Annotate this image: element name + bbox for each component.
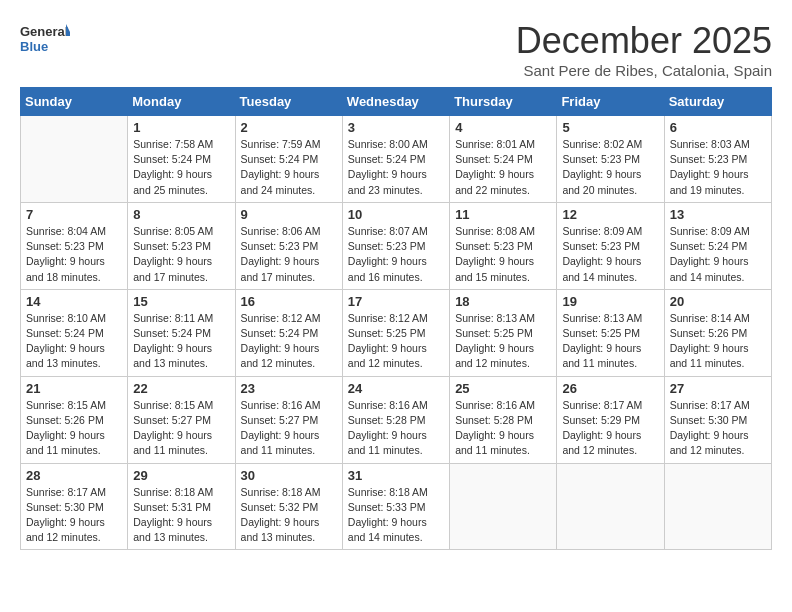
calendar-cell: 25Sunrise: 8:16 AM Sunset: 5:28 PM Dayli… [450,376,557,463]
day-number: 30 [241,468,337,483]
day-number: 24 [348,381,444,396]
calendar-cell: 1Sunrise: 7:58 AM Sunset: 5:24 PM Daylig… [128,116,235,203]
calendar-cell: 20Sunrise: 8:14 AM Sunset: 5:26 PM Dayli… [664,289,771,376]
day-number: 8 [133,207,229,222]
day-number: 14 [26,294,122,309]
day-info: Sunrise: 8:12 AM Sunset: 5:25 PM Dayligh… [348,311,444,372]
calendar-cell: 6Sunrise: 8:03 AM Sunset: 5:23 PM Daylig… [664,116,771,203]
day-number: 20 [670,294,766,309]
calendar-cell: 10Sunrise: 8:07 AM Sunset: 5:23 PM Dayli… [342,202,449,289]
day-info: Sunrise: 8:08 AM Sunset: 5:23 PM Dayligh… [455,224,551,285]
calendar-week-2: 7Sunrise: 8:04 AM Sunset: 5:23 PM Daylig… [21,202,772,289]
day-info: Sunrise: 8:12 AM Sunset: 5:24 PM Dayligh… [241,311,337,372]
calendar-cell: 29Sunrise: 8:18 AM Sunset: 5:31 PM Dayli… [128,463,235,550]
day-info: Sunrise: 8:17 AM Sunset: 5:29 PM Dayligh… [562,398,658,459]
day-number: 6 [670,120,766,135]
day-info: Sunrise: 8:09 AM Sunset: 5:24 PM Dayligh… [670,224,766,285]
calendar-week-3: 14Sunrise: 8:10 AM Sunset: 5:24 PM Dayli… [21,289,772,376]
day-info: Sunrise: 8:18 AM Sunset: 5:32 PM Dayligh… [241,485,337,546]
calendar-cell: 13Sunrise: 8:09 AM Sunset: 5:24 PM Dayli… [664,202,771,289]
day-number: 10 [348,207,444,222]
title-area: December 2025 Sant Pere de Ribes, Catalo… [516,20,772,79]
day-info: Sunrise: 8:06 AM Sunset: 5:23 PM Dayligh… [241,224,337,285]
calendar-cell [557,463,664,550]
calendar-cell: 5Sunrise: 8:02 AM Sunset: 5:23 PM Daylig… [557,116,664,203]
calendar-header-row: SundayMondayTuesdayWednesdayThursdayFrid… [21,88,772,116]
header: General Blue December 2025 Sant Pere de … [20,20,772,79]
day-number: 9 [241,207,337,222]
svg-text:General: General [20,24,68,39]
page-container: General Blue December 2025 Sant Pere de … [20,20,772,550]
day-number: 2 [241,120,337,135]
header-thursday: Thursday [450,88,557,116]
svg-text:Blue: Blue [20,39,48,54]
day-number: 12 [562,207,658,222]
calendar-cell: 28Sunrise: 8:17 AM Sunset: 5:30 PM Dayli… [21,463,128,550]
day-number: 5 [562,120,658,135]
day-info: Sunrise: 8:15 AM Sunset: 5:26 PM Dayligh… [26,398,122,459]
calendar-cell: 7Sunrise: 8:04 AM Sunset: 5:23 PM Daylig… [21,202,128,289]
day-number: 29 [133,468,229,483]
day-number: 15 [133,294,229,309]
month-title: December 2025 [516,20,772,62]
day-info: Sunrise: 8:09 AM Sunset: 5:23 PM Dayligh… [562,224,658,285]
calendar-week-5: 28Sunrise: 8:17 AM Sunset: 5:30 PM Dayli… [21,463,772,550]
day-info: Sunrise: 8:03 AM Sunset: 5:23 PM Dayligh… [670,137,766,198]
calendar-cell: 26Sunrise: 8:17 AM Sunset: 5:29 PM Dayli… [557,376,664,463]
day-number: 16 [241,294,337,309]
day-info: Sunrise: 8:17 AM Sunset: 5:30 PM Dayligh… [670,398,766,459]
day-info: Sunrise: 8:00 AM Sunset: 5:24 PM Dayligh… [348,137,444,198]
day-info: Sunrise: 8:15 AM Sunset: 5:27 PM Dayligh… [133,398,229,459]
day-number: 23 [241,381,337,396]
calendar-cell [450,463,557,550]
day-number: 7 [26,207,122,222]
day-info: Sunrise: 7:58 AM Sunset: 5:24 PM Dayligh… [133,137,229,198]
calendar-cell: 4Sunrise: 8:01 AM Sunset: 5:24 PM Daylig… [450,116,557,203]
day-info: Sunrise: 8:16 AM Sunset: 5:27 PM Dayligh… [241,398,337,459]
day-info: Sunrise: 8:01 AM Sunset: 5:24 PM Dayligh… [455,137,551,198]
day-number: 18 [455,294,551,309]
header-friday: Friday [557,88,664,116]
day-number: 21 [26,381,122,396]
day-info: Sunrise: 8:05 AM Sunset: 5:23 PM Dayligh… [133,224,229,285]
day-info: Sunrise: 8:16 AM Sunset: 5:28 PM Dayligh… [455,398,551,459]
day-info: Sunrise: 8:18 AM Sunset: 5:31 PM Dayligh… [133,485,229,546]
day-number: 3 [348,120,444,135]
day-number: 22 [133,381,229,396]
day-number: 31 [348,468,444,483]
day-info: Sunrise: 8:11 AM Sunset: 5:24 PM Dayligh… [133,311,229,372]
calendar-cell: 23Sunrise: 8:16 AM Sunset: 5:27 PM Dayli… [235,376,342,463]
logo-svg: General Blue [20,20,70,62]
day-number: 13 [670,207,766,222]
calendar-week-1: 1Sunrise: 7:58 AM Sunset: 5:24 PM Daylig… [21,116,772,203]
calendar-cell [664,463,771,550]
calendar-cell: 27Sunrise: 8:17 AM Sunset: 5:30 PM Dayli… [664,376,771,463]
day-info: Sunrise: 8:04 AM Sunset: 5:23 PM Dayligh… [26,224,122,285]
calendar-cell: 14Sunrise: 8:10 AM Sunset: 5:24 PM Dayli… [21,289,128,376]
day-info: Sunrise: 8:16 AM Sunset: 5:28 PM Dayligh… [348,398,444,459]
day-info: Sunrise: 8:13 AM Sunset: 5:25 PM Dayligh… [455,311,551,372]
header-sunday: Sunday [21,88,128,116]
day-info: Sunrise: 8:07 AM Sunset: 5:23 PM Dayligh… [348,224,444,285]
day-number: 25 [455,381,551,396]
location-subtitle: Sant Pere de Ribes, Catalonia, Spain [516,62,772,79]
header-saturday: Saturday [664,88,771,116]
calendar-cell: 12Sunrise: 8:09 AM Sunset: 5:23 PM Dayli… [557,202,664,289]
calendar-cell: 8Sunrise: 8:05 AM Sunset: 5:23 PM Daylig… [128,202,235,289]
day-number: 4 [455,120,551,135]
calendar-cell: 15Sunrise: 8:11 AM Sunset: 5:24 PM Dayli… [128,289,235,376]
day-info: Sunrise: 8:18 AM Sunset: 5:33 PM Dayligh… [348,485,444,546]
calendar-cell: 16Sunrise: 8:12 AM Sunset: 5:24 PM Dayli… [235,289,342,376]
calendar-cell: 2Sunrise: 7:59 AM Sunset: 5:24 PM Daylig… [235,116,342,203]
calendar-cell: 22Sunrise: 8:15 AM Sunset: 5:27 PM Dayli… [128,376,235,463]
day-number: 27 [670,381,766,396]
day-info: Sunrise: 8:10 AM Sunset: 5:24 PM Dayligh… [26,311,122,372]
header-tuesday: Tuesday [235,88,342,116]
calendar-cell: 9Sunrise: 8:06 AM Sunset: 5:23 PM Daylig… [235,202,342,289]
day-info: Sunrise: 8:17 AM Sunset: 5:30 PM Dayligh… [26,485,122,546]
day-number: 19 [562,294,658,309]
logo: General Blue [20,20,70,62]
calendar-cell: 18Sunrise: 8:13 AM Sunset: 5:25 PM Dayli… [450,289,557,376]
calendar-cell: 19Sunrise: 8:13 AM Sunset: 5:25 PM Dayli… [557,289,664,376]
day-number: 17 [348,294,444,309]
